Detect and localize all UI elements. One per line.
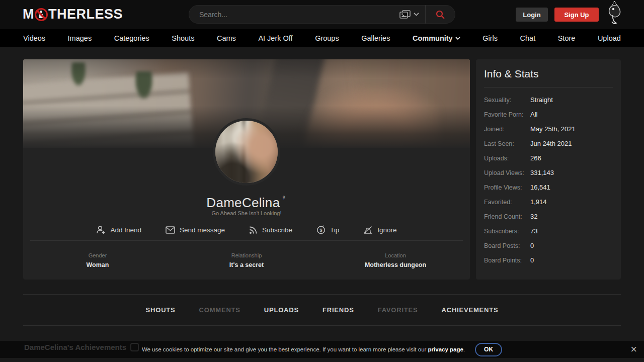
stat-label: Last Seen: bbox=[484, 140, 530, 147]
nav-item-upload[interactable]: Upload bbox=[598, 34, 621, 42]
media-icon bbox=[399, 10, 411, 19]
media-type-filter[interactable] bbox=[397, 6, 425, 23]
profile-name-row: DameCelina♀ bbox=[23, 193, 470, 211]
stat-label: Friend Count: bbox=[484, 213, 530, 220]
stat-value: 0 bbox=[530, 256, 534, 264]
stat-label: Favorited: bbox=[484, 199, 530, 206]
tab-comments[interactable]: COMMENTS bbox=[199, 306, 240, 314]
logo-text-suffix: THERLESS bbox=[48, 7, 123, 22]
cookie-banner: We use cookies to optimize our site and … bbox=[0, 341, 644, 358]
ignore-button[interactable]: Ignore bbox=[363, 226, 396, 234]
privacy-page-link[interactable]: privacy page bbox=[428, 346, 463, 352]
nav-item-shouts[interactable]: Shouts bbox=[172, 34, 194, 42]
avatar-image bbox=[213, 118, 280, 186]
dollar-circle-icon: $ bbox=[316, 225, 326, 234]
profile-card: DameCelina♀ Go Ahead She Isn't Looking! … bbox=[23, 59, 470, 280]
svg-text:$: $ bbox=[319, 227, 323, 233]
action-label: Ignore bbox=[377, 226, 396, 234]
chevron-down-icon bbox=[455, 37, 460, 40]
nav-item-videos[interactable]: Videos bbox=[23, 34, 45, 42]
stat-row-profile-views: Profile Views: 16,541 bbox=[484, 180, 613, 195]
no-mother-icon bbox=[35, 8, 48, 21]
nav-item-store[interactable]: Store bbox=[558, 34, 576, 42]
detail-value: It's a secret bbox=[172, 261, 321, 268]
stat-value: 16,541 bbox=[530, 184, 550, 191]
action-label: Add friend bbox=[110, 226, 141, 234]
tab-uploads[interactable]: UPLOADS bbox=[264, 306, 299, 314]
nav-item-galleries[interactable]: Galleries bbox=[361, 34, 390, 42]
search-button[interactable] bbox=[426, 6, 455, 23]
stat-row-friend-count: Friend Count: 32 bbox=[484, 209, 613, 224]
nav-item-community-label: Community bbox=[413, 34, 453, 42]
stat-row-uploads: Uploads: 266 bbox=[484, 151, 613, 165]
nav-item-community[interactable]: Community bbox=[413, 34, 460, 42]
nav-item-groups[interactable]: Groups bbox=[315, 34, 339, 42]
stat-value: 1,914 bbox=[530, 198, 547, 206]
site-logo[interactable]: M THERLESS bbox=[23, 7, 123, 22]
action-label: Subscribe bbox=[262, 226, 292, 234]
stat-value: 0 bbox=[530, 242, 534, 249]
rss-icon bbox=[249, 226, 258, 234]
stat-value: May 25th, 2021 bbox=[530, 125, 576, 133]
nav-item-ai-jerk-off[interactable]: AI Jerk Off bbox=[258, 34, 292, 42]
stat-row-favorite-porn: Favorite Porn: All bbox=[484, 107, 613, 122]
stat-label: Joined: bbox=[484, 126, 530, 133]
action-label: Send message bbox=[180, 226, 225, 234]
search-bar bbox=[189, 5, 455, 24]
stat-label: Uploads: bbox=[484, 155, 530, 162]
female-symbol-icon: ♀ bbox=[281, 193, 286, 202]
logo-text-prefix: M bbox=[23, 7, 34, 22]
stat-value: 266 bbox=[530, 154, 541, 162]
detail-label: Gender bbox=[23, 252, 172, 258]
stat-row-favorited: Favorited: 1,914 bbox=[484, 195, 613, 209]
info-stats-panel: Info & Stats Sexuality: Straight Favorit… bbox=[476, 59, 621, 280]
stat-label: Upload Views: bbox=[484, 169, 530, 176]
search-input[interactable] bbox=[189, 6, 397, 23]
profile-details: Gender Woman Relationship It's a secret … bbox=[23, 252, 470, 268]
main-nav: Videos Images Categories Shouts Cams AI … bbox=[0, 29, 644, 47]
nav-item-categories[interactable]: Categories bbox=[114, 34, 149, 42]
nav-item-cams[interactable]: Cams bbox=[217, 34, 236, 42]
detail-location: Location Motherless dungeon bbox=[321, 252, 470, 268]
add-friend-button[interactable]: Add friend bbox=[96, 225, 141, 234]
info-stats-title: Info & Stats bbox=[484, 68, 613, 87]
site-header: M THERLESS bbox=[0, 0, 644, 29]
stat-row-board-points: Board Points: 0 bbox=[484, 253, 613, 267]
add-friend-icon bbox=[96, 225, 106, 234]
tab-shouts[interactable]: SHOUTS bbox=[146, 306, 176, 314]
tab-achievements[interactable]: ACHIEVEMENTS bbox=[442, 306, 499, 314]
stat-label: Profile Views: bbox=[484, 184, 530, 191]
stat-row-board-posts: Board Posts: 0 bbox=[484, 238, 613, 253]
action-label: Tip bbox=[330, 226, 339, 234]
tab-friends[interactable]: FRIENDS bbox=[323, 306, 354, 314]
search-icon bbox=[436, 10, 445, 19]
nav-item-images[interactable]: Images bbox=[68, 34, 92, 42]
subscribe-button[interactable]: Subscribe bbox=[249, 226, 292, 234]
detail-value: Woman bbox=[23, 261, 172, 268]
pendant-necklace-icon bbox=[605, 1, 624, 27]
profile-page: M THERLESS bbox=[0, 0, 644, 362]
stat-row-sexuality: Sexuality: Straight bbox=[484, 93, 613, 107]
detail-label: Relationship bbox=[172, 252, 321, 258]
stat-row-upload-views: Upload Views: 331,143 bbox=[484, 165, 613, 180]
login-button[interactable]: Login bbox=[516, 8, 548, 22]
envelope-icon bbox=[166, 226, 175, 234]
signup-button[interactable]: Sign Up bbox=[554, 8, 599, 22]
stat-label: Board Points: bbox=[484, 257, 530, 264]
nav-item-girls[interactable]: Girls bbox=[482, 34, 498, 42]
cookie-message-before: We use cookies to optimize our site and … bbox=[142, 346, 428, 352]
profile-tagline: Go Ahead She Isn't Looking! bbox=[23, 210, 470, 216]
close-icon[interactable]: × bbox=[630, 344, 637, 355]
detail-gender: Gender Woman bbox=[23, 252, 172, 268]
nav-item-chat[interactable]: Chat bbox=[520, 34, 536, 42]
tip-button[interactable]: $ Tip bbox=[316, 225, 339, 234]
detail-relationship: Relationship It's a secret bbox=[172, 252, 321, 268]
profile-avatar[interactable] bbox=[213, 118, 280, 186]
pendant-avatar[interactable] bbox=[605, 1, 624, 27]
bell-slash-icon bbox=[363, 226, 373, 234]
cookie-message-after: . bbox=[463, 346, 465, 352]
send-message-button[interactable]: Send message bbox=[166, 226, 225, 234]
tab-favorites[interactable]: FAVORITES bbox=[378, 306, 418, 314]
stat-value: 32 bbox=[530, 213, 537, 220]
cookie-ok-button[interactable]: OK bbox=[475, 343, 502, 356]
